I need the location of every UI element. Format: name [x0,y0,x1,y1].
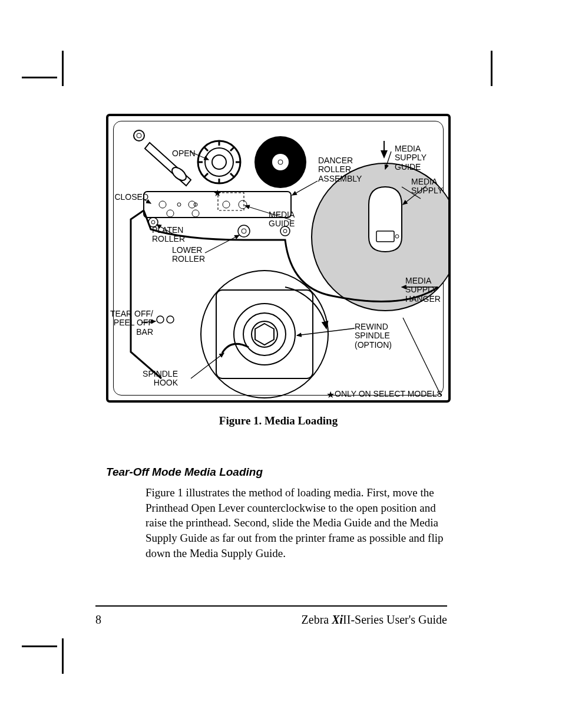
svg-point-14 [137,133,141,138]
footer-rule [95,605,447,607]
svg-marker-43 [255,324,274,345]
svg-text:★: ★ [213,188,222,198]
svg-point-31 [151,220,155,224]
manual-page: ★ ★ OPEN CLOSED PLATEN ROLLER LOWER ROLL… [0,0,562,728]
crop-mark [491,51,492,86]
svg-point-36 [157,316,164,323]
label-media-guide: MEDIA GUIDE [269,210,295,229]
svg-point-33 [242,229,246,233]
svg-point-5 [177,203,181,206]
svg-point-13 [134,130,144,141]
svg-point-6 [189,201,196,208]
footer-series: II-Series User's Guide [343,613,447,626]
label-lower-roller: LOWER ROLLER [172,246,205,264]
label-rewind: REWIND SPINDLE (OPTION) [355,322,392,350]
footer-xi: Xi [332,613,343,626]
label-media-supply-guide: MEDIA SUPPLY GUIDE [395,144,427,172]
crop-mark [62,51,64,86]
figure-frame: ★ ★ OPEN CLOSED PLATEN ROLLER LOWER ROLL… [106,114,451,403]
svg-point-4 [159,201,166,208]
svg-point-8 [223,201,230,208]
svg-point-35 [283,229,287,233]
label-dancer: DANCER ROLLER ASSEMBLY [318,156,362,183]
crop-mark [22,645,57,647]
svg-line-59 [403,318,441,396]
svg-point-11 [192,210,199,217]
footer-prefix: Zebra [302,613,332,626]
svg-point-9 [239,200,247,209]
label-media-supply: MEDIA SUPPLY [411,177,443,196]
svg-text:★: ★ [326,390,335,400]
page-number: 8 [95,613,101,627]
svg-point-15 [198,141,240,183]
body-paragraph: Figure 1 illustrates the method of loadi… [146,485,446,561]
label-only-select: ONLY ON SELECT MODELS [335,390,442,398]
footer-text: Zebra XiII-Series User's Guide [302,613,447,627]
crop-mark [22,77,57,78]
figure-caption: Figure 1. Media Loading [106,414,451,427]
label-platen-roller: PLATEN ROLLER [152,226,185,244]
svg-line-48 [292,181,318,195]
svg-point-37 [167,316,174,323]
label-tear-peel: TEAR OFF/ PEEL OFF BAR [108,309,153,337]
svg-point-32 [238,225,250,237]
label-spindle-hook: SPINDLE HOOK [134,370,178,388]
crop-mark [62,638,64,674]
label-closed: CLOSED [114,193,148,202]
svg-line-47 [205,235,239,253]
svg-rect-1 [376,231,394,242]
label-media-supply-hanger: MEDIA SUPPLY HANGER [405,276,441,304]
svg-point-28 [272,154,289,170]
svg-point-10 [167,210,174,217]
section-heading: Tear-Off Mode Media Loading [106,466,263,479]
label-open: OPEN [172,149,196,158]
